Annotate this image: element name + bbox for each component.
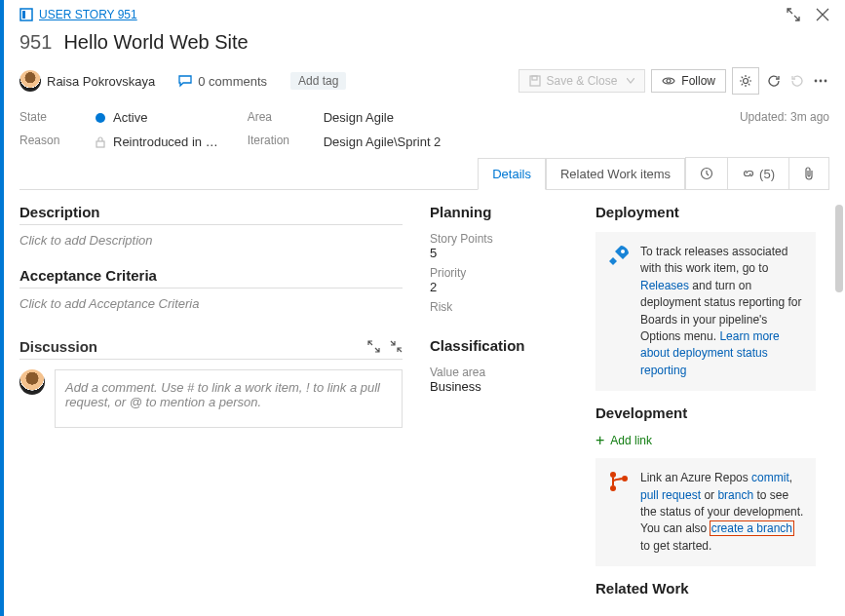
refresh-button[interactable] [765, 67, 783, 95]
related-work-heading: Related Work [595, 580, 816, 600]
svg-rect-1 [22, 11, 25, 19]
deployment-heading: Deployment [595, 204, 816, 224]
chevron-down-icon [627, 78, 634, 84]
svg-point-11 [621, 250, 625, 253]
iteration-label: Iteration [248, 134, 294, 147]
tab-details[interactable]: Details [478, 158, 546, 190]
eye-icon [662, 76, 675, 86]
settings-button[interactable] [732, 67, 759, 95]
svg-point-4 [667, 79, 671, 83]
discussion-heading: Discussion [19, 338, 97, 355]
description-input[interactable]: Click to add Description [19, 233, 403, 248]
avatar [19, 70, 41, 92]
save-close-button: Save & Close [519, 69, 646, 93]
tab-history[interactable] [686, 158, 728, 189]
more-button[interactable] [812, 67, 829, 95]
story-points-value[interactable]: 5 [430, 246, 576, 260]
add-link-button[interactable]: + Add link [595, 433, 816, 448]
risk-label: Risk [430, 300, 576, 314]
acceptance-heading: Acceptance Criteria [19, 267, 403, 289]
svg-rect-0 [20, 9, 32, 20]
svg-point-12 [610, 472, 616, 478]
development-info-text: Link an Azure Repos commit, pull request… [640, 470, 804, 555]
value-area-label: Value area [430, 366, 576, 379]
undo-button[interactable] [788, 67, 806, 95]
avatar [19, 369, 45, 395]
discussion-input[interactable]: Add a comment. Use # to link a work item… [55, 369, 403, 428]
svg-point-13 [610, 485, 616, 491]
tab-related[interactable]: Related Work items [546, 158, 685, 190]
svg-point-14 [622, 476, 628, 481]
planning-heading: Planning [430, 204, 576, 224]
scrollbar[interactable] [835, 205, 843, 292]
comment-icon [178, 74, 192, 88]
tab-attachments[interactable] [789, 158, 828, 189]
comments-button[interactable]: 0 comments [178, 74, 267, 89]
pull-request-link[interactable]: pull request [640, 488, 701, 502]
value-area-value[interactable]: Business [430, 379, 576, 394]
deployment-info-text: To track releases associated with this w… [640, 244, 804, 379]
create-branch-link[interactable]: create a branch [711, 521, 793, 535]
expand-icon[interactable] [367, 340, 380, 353]
updated-text: Updated: 3m ago [740, 110, 829, 124]
story-points-label: Story Points [430, 232, 576, 246]
state-field[interactable]: Active [96, 110, 218, 125]
svg-point-8 [825, 80, 827, 83]
lock-icon [96, 136, 105, 148]
state-label: State [19, 110, 66, 124]
priority-label: Priority [430, 266, 576, 280]
branch-icon [607, 470, 631, 555]
acceptance-input[interactable]: Click to add Acceptance Criteria [19, 296, 403, 311]
svg-point-6 [815, 80, 818, 83]
fullscreen-icon[interactable] [787, 8, 800, 21]
branch-link[interactable]: branch [717, 488, 753, 502]
area-label: Area [248, 110, 294, 124]
classification-heading: Classification [430, 337, 576, 358]
area-field[interactable]: Design Agile [324, 110, 442, 125]
commit-link[interactable]: commit [751, 471, 789, 484]
collapse-icon[interactable] [390, 340, 403, 353]
releases-link[interactable]: Releases [640, 279, 689, 292]
description-heading: Description [19, 204, 403, 225]
svg-point-7 [820, 80, 823, 83]
tab-links[interactable]: (5) [728, 158, 789, 189]
rocket-icon [607, 244, 631, 379]
workitem-id: 951 [19, 31, 52, 54]
workitem-title[interactable]: Hello World Web Site [63, 31, 248, 54]
user-story-icon [19, 8, 33, 21]
add-tag-button[interactable]: Add tag [290, 72, 346, 90]
svg-rect-3 [532, 76, 537, 80]
save-icon [529, 75, 541, 87]
svg-point-5 [744, 79, 749, 84]
reason-field[interactable]: Reintroduced in … [96, 135, 218, 149]
breadcrumb-link[interactable]: USER STORY 951 [39, 8, 137, 21]
priority-value[interactable]: 2 [430, 280, 576, 294]
plus-icon: + [595, 433, 604, 448]
svg-rect-9 [96, 141, 104, 147]
state-dot-icon [96, 113, 105, 123]
follow-button[interactable]: Follow [651, 69, 726, 93]
development-heading: Development [595, 404, 816, 425]
iteration-field[interactable]: Design Agile\Sprint 2 [324, 135, 442, 149]
close-icon[interactable] [816, 8, 829, 21]
assignee-name[interactable]: Raisa Pokrovskaya [47, 74, 155, 89]
reason-label: Reason [19, 134, 66, 147]
